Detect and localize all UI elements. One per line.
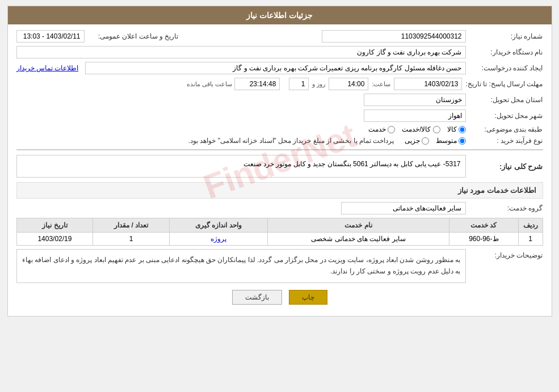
divider-1 [16,149,543,150]
need-description-row: شرح کلی نیاز: 5317- عیب یابی کابل به دیس… [16,155,543,178]
need-description-text: 5317- عیب یابی کابل به دیسالتر 5061 بنگس… [16,155,466,178]
category-khadamat-label: خدمت [368,125,386,133]
category-row: طبقه بندی موضوعی: خدمت کالا/خدمت کالا [16,125,543,133]
th-row: ردیف [518,218,543,233]
content-area: شماره نیاز: تاریخ و ساعت اعلان عمومی: نا… [8,24,552,316]
th-code: کد خدمت [449,218,518,233]
city-row: شهر محل تحویل: [16,109,543,122]
buttons-row: چاپ بازگشت [16,290,543,310]
contact-link[interactable]: اطلاعات تماس خریدار [16,64,79,72]
service-group-label: گروه خدمت: [469,204,543,212]
buyer-org-row: نام دستگاه خریدار: [16,46,543,58]
announce-input[interactable] [16,30,85,43]
service-group-input[interactable] [341,202,466,214]
th-qty: تعداد / مقدار [93,218,170,233]
buyer-org-input[interactable] [16,46,466,58]
page-title: جزئیات اطلاعات نیاز [246,11,313,20]
cell-name: سایر فعالیت هاى خدماتى شخصى [267,233,449,246]
deadline-row: مهلت ارسال پاسخ: تا تاریخ: ساعت: روز و س… [16,78,543,90]
cell-unit: پروژه [169,233,267,246]
deadline-day-label: روز و [312,81,325,88]
cell-code: ط-96-960 [449,233,518,246]
creator-value: حسن دغافله مسئول کارگروه برنامه ریزی تعم… [85,62,465,74]
need-description-label: شرح کلی نیاز: [469,162,543,171]
buyer-notes-label: توضیحات خریدار: [469,249,543,259]
process-note: پرداخت تمام یا بخشی از مبلغ خریداز محل "… [188,137,394,145]
category-kala-label: کالا [447,125,457,133]
category-kala-khadamat-label: کالا/خدمت [402,125,431,133]
page-header: جزئیات اطلاعات نیاز [8,6,552,24]
category-radio-group: خدمت کالا/خدمت کالا [368,125,465,133]
remaining-time-block: ساعت باقی مانده [187,78,280,90]
process-label: نوع فرآیند خرید : [469,137,543,145]
table-row: 1 ط-96-960 سایر فعالیت هاى خدماتى شخصى پ… [16,233,543,246]
services-section-header: اطلاعات خدمات مورد نیاز [16,182,543,199]
process-jozi[interactable]: جزیی [405,137,429,145]
cell-row: 1 [518,233,543,246]
services-table: ردیف کد خدمت نام خدمت واحد اندازه گیری ت… [16,218,543,246]
need-number-input[interactable] [322,30,466,43]
print-button[interactable]: چاپ [289,290,327,305]
province-label: استان محل تحویل: [469,96,543,104]
need-number-label: شماره نیاز: [469,32,543,40]
process-motavasset-label: متوسط [436,137,457,145]
creator-row: ایجاد کننده درخواست: حسن دغافله مسئول کا… [16,62,543,74]
category-label: طبقه بندی موضوعی: [469,125,543,133]
province-input[interactable] [364,94,466,106]
service-group-row: گروه خدمت: [16,202,543,214]
remaining-label: ساعت باقی مانده [187,81,232,88]
remaining-time-input[interactable] [234,78,280,90]
process-jozi-label: جزیی [405,137,420,145]
category-khadamat-radio[interactable] [388,126,395,133]
page-container: FinderNet جزئیات اطلاعات نیاز شماره نیاز… [7,6,552,317]
process-row: نوع فرآیند خرید : جزیی متوسط پرداخت تمام… [16,137,543,145]
buyer-notes-text: به منظور روشن شدن ابعاد پروژه، سایت ویزی… [16,249,466,283]
city-label: شهر محل تحویل: [469,112,543,120]
category-kala-khadamat-radio[interactable] [433,126,440,133]
back-button[interactable]: بازگشت [232,290,282,305]
process-jozi-radio[interactable] [422,137,429,145]
category-khadamat[interactable]: خدمت [368,125,395,133]
province-row: استان محل تحویل: [16,94,543,106]
process-motavasset-radio[interactable] [459,137,466,145]
creator-label: ایجاد کننده درخواست: [469,64,543,72]
buyer-org-label: نام دستگاه خریدار: [469,48,543,56]
buyer-notes-row: توضیحات خریدار: به منظور روشن شدن ابعاد … [16,249,543,283]
deadline-days-input[interactable] [289,78,309,90]
category-kala-radio[interactable] [459,126,466,133]
announce-label: تاریخ و ساعت اعلان عمومی: [88,32,179,40]
th-name: نام خدمت [267,218,449,233]
cell-date: 1403/02/19 [16,233,93,246]
th-unit: واحد اندازه گیری [169,218,267,233]
category-kala[interactable]: کالا [447,125,466,133]
deadline-date-input[interactable] [394,78,462,90]
city-input[interactable] [364,109,466,122]
process-radio-group: جزیی متوسط [405,137,466,145]
deadline-time-input[interactable] [329,78,368,90]
need-number-row: شماره نیاز: تاریخ و ساعت اعلان عمومی: [16,30,543,43]
cell-qty: 1 [93,233,170,246]
process-motavasset[interactable]: متوسط [436,137,466,145]
deadline-label: مهلت ارسال پاسخ: تا تاریخ: [465,80,543,88]
deadline-time-label: ساعت: [372,81,390,88]
th-date: تاریخ نیاز [16,218,93,233]
category-kala-khadamat[interactable]: کالا/خدمت [402,125,440,133]
